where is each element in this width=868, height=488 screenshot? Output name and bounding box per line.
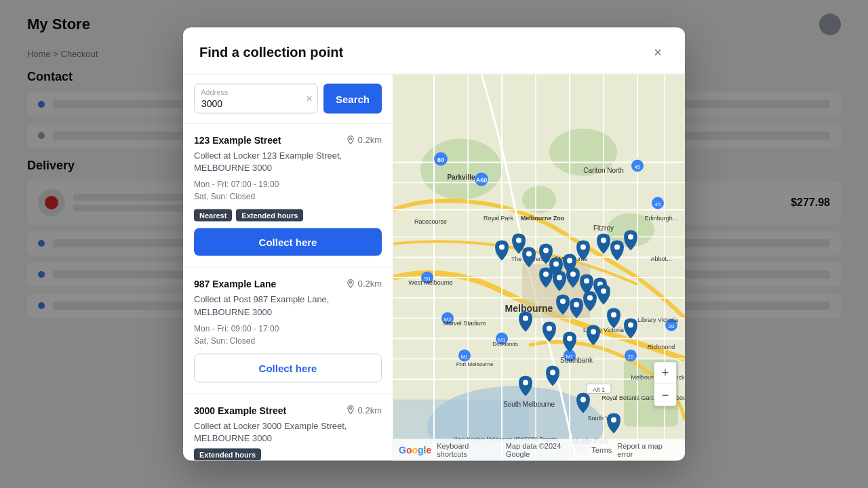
locations-list: 123 Example Street 0.2km Collect at Lock… bbox=[183, 124, 393, 461]
svg-point-84 bbox=[567, 258, 572, 264]
location-2-header: 987 Example Lane 0.2km bbox=[194, 279, 382, 289]
location-3-name: 3000 Example Street bbox=[194, 405, 286, 415]
svg-point-81 bbox=[526, 251, 532, 257]
svg-point-94 bbox=[560, 299, 566, 304]
address-input-wrapper: Address × bbox=[194, 84, 318, 114]
svg-text:20: 20 bbox=[669, 323, 675, 329]
svg-point-100 bbox=[547, 326, 552, 331]
svg-text:Carlton North: Carlton North bbox=[583, 167, 623, 174]
location-1-weekend-hours: Sat, Sun: Closed bbox=[194, 190, 382, 203]
pin-icon-2 bbox=[346, 279, 355, 288]
svg-text:60: 60 bbox=[437, 157, 444, 163]
svg-text:45: 45 bbox=[655, 201, 661, 207]
svg-text:A60: A60 bbox=[476, 177, 488, 184]
map-panel: 60 A60 45 45 50 M2 M1 M1 20 M1 bbox=[393, 75, 685, 461]
svg-point-101 bbox=[567, 336, 572, 342]
location-2-hours: Mon - Fri: 09:00 - 17:00 Sat, Sun: Close… bbox=[194, 322, 382, 346]
svg-text:Melbourne Zoo: Melbourne Zoo bbox=[521, 215, 565, 222]
svg-text:Alt 1: Alt 1 bbox=[593, 386, 605, 393]
modal-body: Address × Search 123 Example Street bbox=[183, 75, 685, 461]
svg-text:South Melbourne: South Melbourne bbox=[503, 401, 555, 408]
svg-text:Marvel Stadium: Marvel Stadium bbox=[443, 320, 486, 327]
location-2-weekday-hours: Mon - Fri: 09:00 - 17:00 bbox=[194, 322, 382, 334]
pin-icon bbox=[346, 135, 355, 144]
svg-point-104 bbox=[523, 380, 528, 386]
svg-point-97 bbox=[601, 289, 606, 294]
svg-text:45: 45 bbox=[635, 164, 641, 170]
zoom-out-button[interactable]: − bbox=[654, 384, 676, 406]
report-link[interactable]: Report a map error bbox=[617, 442, 679, 458]
pin-icon-3 bbox=[346, 405, 355, 415]
location-item-2: 987 Example Lane 0.2km Collect at Post 9… bbox=[183, 268, 393, 394]
locations-panel: Address × Search 123 Example Street bbox=[183, 75, 393, 461]
svg-point-90 bbox=[557, 275, 562, 281]
location-1-badges: Nearest Extended hours bbox=[194, 209, 382, 222]
location-3-header: 3000 Example Street 0.2km bbox=[194, 405, 382, 415]
map-attribution: Map data ©2024 Google bbox=[506, 442, 586, 458]
svg-text:Edinburgh...: Edinburgh... bbox=[645, 215, 678, 222]
close-modal-button[interactable]: × bbox=[647, 41, 669, 63]
svg-point-107 bbox=[611, 418, 616, 423]
svg-text:Fitzroy: Fitzroy bbox=[593, 224, 614, 232]
svg-point-83 bbox=[553, 262, 559, 267]
svg-point-86 bbox=[601, 238, 606, 243]
svg-point-85 bbox=[580, 245, 586, 250]
svg-text:Melbourne: Melbourne bbox=[505, 303, 553, 314]
location-1-distance: 0.2km bbox=[346, 135, 382, 145]
location-2-weekend-hours: Sat, Sun: Closed bbox=[194, 334, 382, 346]
svg-text:M1: M1 bbox=[460, 354, 469, 360]
search-button[interactable]: Search bbox=[323, 84, 382, 114]
location-1-name: 123 Example Street bbox=[194, 135, 281, 146]
collection-point-modal: Find a collection point × Address × Sear… bbox=[183, 28, 685, 461]
location-3-distance: 0.2km bbox=[346, 405, 382, 415]
search-bar: Address × Search bbox=[183, 75, 393, 124]
location-3-badges: Extended hours bbox=[194, 449, 382, 461]
modal-title: Find a collection point bbox=[199, 44, 343, 60]
svg-text:Racecourse: Racecourse bbox=[414, 218, 447, 225]
location-2-address: Collect at Post 987 Example Lane, MELBOU… bbox=[194, 293, 382, 318]
svg-point-6 bbox=[420, 139, 502, 200]
address-label: Address bbox=[201, 88, 228, 96]
svg-point-82 bbox=[543, 248, 549, 253]
svg-point-103 bbox=[628, 323, 633, 328]
map-svg: 60 A60 45 45 50 M2 M1 M1 20 M1 bbox=[393, 75, 685, 461]
location-1-address: Collect at Locker 123 Example Street, ME… bbox=[194, 150, 382, 174]
zoom-in-button[interactable]: + bbox=[654, 363, 676, 384]
location-item-1: 123 Example Street 0.2km Collect at Lock… bbox=[183, 124, 393, 268]
svg-point-95 bbox=[574, 302, 579, 308]
location-1-hours: Mon - Fri: 07:00 - 19:00 Sat, Sun: Close… bbox=[194, 178, 382, 203]
svg-text:Library Victoria: Library Victoria bbox=[637, 317, 678, 323]
location-1-weekday-hours: Mon - Fri: 07:00 - 19:00 bbox=[194, 178, 382, 190]
map-footer: Google Keyboard shortcuts Map data ©2024… bbox=[393, 439, 685, 461]
location-3-address: Collect at Locker 3000 Example Street, M… bbox=[194, 420, 382, 444]
svg-point-79 bbox=[516, 238, 521, 243]
svg-point-96 bbox=[587, 296, 593, 301]
svg-text:Royal Park: Royal Park bbox=[484, 215, 514, 222]
svg-point-98 bbox=[611, 312, 616, 318]
svg-point-88 bbox=[628, 235, 633, 240]
collect-button-2[interactable]: Collect here bbox=[194, 353, 382, 382]
location-3-distance-text: 0.2km bbox=[358, 405, 382, 415]
svg-point-0 bbox=[349, 138, 351, 140]
svg-point-89 bbox=[543, 272, 549, 277]
location-1-header: 123 Example Street 0.2km bbox=[194, 135, 382, 146]
svg-text:West Melbourne: West Melbourne bbox=[408, 279, 452, 286]
location-2-distance: 0.2km bbox=[346, 279, 382, 289]
location-1-distance-text: 0.2km bbox=[358, 135, 382, 145]
svg-text:Abbot...: Abbot... bbox=[650, 256, 671, 262]
location-2-distance-text: 0.2km bbox=[358, 279, 382, 289]
google-logo: Google bbox=[399, 445, 431, 455]
clear-address-button[interactable]: × bbox=[307, 93, 313, 105]
map-zoom-controls: + − bbox=[654, 362, 677, 407]
svg-point-1 bbox=[349, 281, 351, 283]
keyboard-shortcuts-link[interactable]: Keyboard shortcuts bbox=[437, 442, 500, 458]
svg-text:Docklands: Docklands bbox=[492, 341, 517, 347]
svg-text:Parkville: Parkville bbox=[447, 174, 475, 181]
svg-text:Richmond: Richmond bbox=[648, 344, 675, 350]
svg-point-106 bbox=[580, 397, 586, 403]
svg-point-87 bbox=[614, 245, 620, 250]
collect-button-1[interactable]: Collect here bbox=[194, 228, 382, 256]
terms-link[interactable]: Terms bbox=[591, 446, 612, 454]
svg-text:20: 20 bbox=[628, 354, 634, 360]
svg-point-91 bbox=[570, 272, 576, 277]
